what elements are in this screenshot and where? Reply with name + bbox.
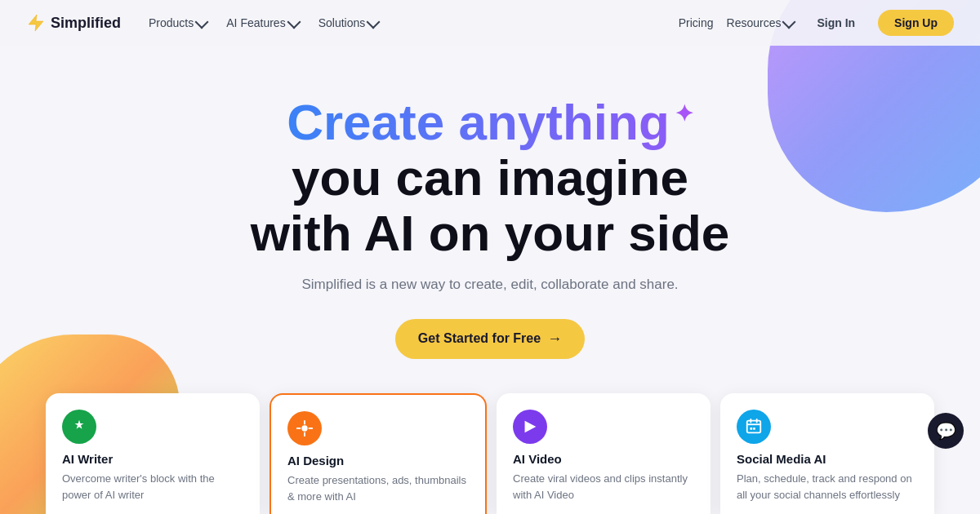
signup-button[interactable]: Sign Up [878, 10, 954, 36]
signin-button[interactable]: Sign In [807, 11, 865, 34]
nav-ai-features[interactable]: AI Features [218, 11, 306, 34]
ai-features-chevron-icon [287, 15, 301, 29]
card-social-media[interactable]: Social Media AI Plan, schedule, track an… [720, 393, 934, 514]
ai-writer-icon [62, 410, 96, 444]
navbar: Simplified Products AI Features Solution… [0, 0, 980, 46]
nav-links: Products AI Features Solutions [140, 11, 386, 34]
svg-point-0 [301, 425, 307, 431]
arrow-right-icon: → [547, 330, 562, 348]
social-media-desc: Plan, schedule, track and respond on all… [737, 471, 918, 503]
card-ai-design[interactable]: AI Design Create presentations, ads, thu… [270, 393, 487, 514]
chat-icon: 💬 [936, 421, 956, 441]
svg-rect-3 [753, 428, 755, 430]
ai-writer-title: AI Writer [62, 452, 243, 466]
ai-design-title: AI Design [287, 454, 469, 467]
hero-headline-gradient: Create anything [287, 94, 670, 150]
logo-text: Simplified [51, 15, 121, 32]
svg-rect-2 [750, 428, 752, 430]
sparkle-icon: ✦ [675, 102, 693, 127]
nav-resources[interactable]: Resources [727, 16, 795, 29]
get-started-button[interactable]: Get Started for Free → [395, 319, 585, 359]
ai-video-icon [513, 410, 547, 444]
ai-design-desc: Create presentations, ads, thumbnails & … [287, 472, 469, 504]
nav-left: Simplified Products AI Features Solution… [26, 11, 386, 34]
social-media-title: Social Media AI [737, 452, 918, 466]
logo-icon [26, 13, 46, 33]
nav-right: Pricing Resources Sign In Sign Up [679, 10, 954, 36]
social-media-icon [737, 410, 771, 444]
ai-writer-desc: Overcome writer's block with the power o… [62, 471, 243, 503]
products-chevron-icon [195, 15, 209, 29]
hero-headline-line3: with AI on your side [0, 206, 980, 261]
ai-design-icon [287, 411, 322, 445]
resources-chevron-icon [782, 15, 796, 29]
nav-pricing[interactable]: Pricing [679, 16, 714, 29]
card-ai-video[interactable]: AI Video Create viral videos and clips i… [497, 393, 710, 514]
ai-video-desc: Create viral videos and clips instantly … [513, 471, 694, 503]
hero-section: Create anything✦ you can imagine with AI… [0, 46, 980, 359]
svg-rect-1 [747, 421, 761, 433]
hero-headline-line2: you can imagine [0, 150, 980, 206]
hero-headline: Create anything✦ you can imagine with AI… [0, 95, 980, 262]
solutions-chevron-icon [367, 15, 381, 29]
product-cards-row: AI Writer Overcome writer's block with t… [0, 393, 980, 514]
ai-video-title: AI Video [513, 452, 694, 466]
hero-subtitle: Simplified is a new way to create, edit,… [0, 277, 980, 293]
nav-products[interactable]: Products [140, 11, 215, 34]
chat-support-button[interactable]: 💬 [928, 413, 964, 449]
logo[interactable]: Simplified [26, 13, 121, 33]
card-ai-writer[interactable]: AI Writer Overcome writer's block with t… [46, 393, 260, 514]
nav-solutions[interactable]: Solutions [310, 11, 387, 34]
